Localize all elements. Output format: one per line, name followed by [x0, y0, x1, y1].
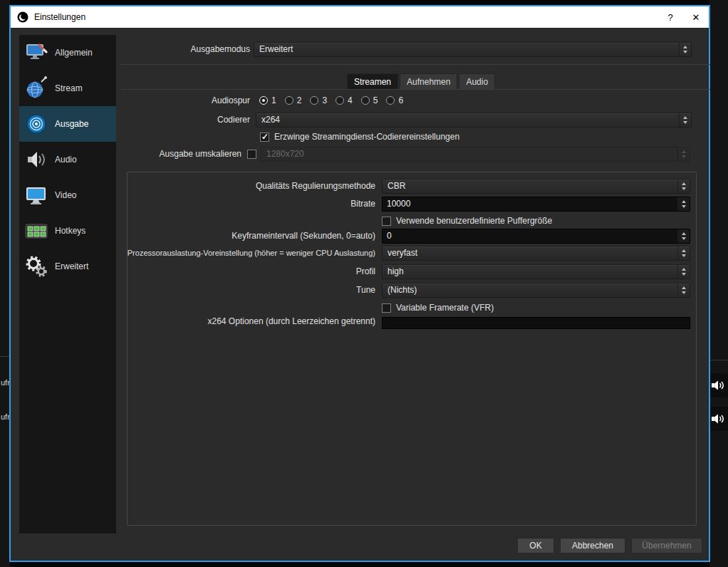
- checkbox-icon[interactable]: [260, 132, 269, 142]
- spinner-arrows-icon: [679, 43, 691, 56]
- close-button[interactable]: ✕: [683, 6, 709, 28]
- cpu-preset-select[interactable]: veryfast: [382, 246, 690, 261]
- dialog-content: Allgemein Stream: [11, 28, 709, 561]
- obs-logo-icon: [17, 11, 28, 23]
- background-strip-right: [709, 0, 728, 567]
- radio-icon: [386, 96, 395, 105]
- rate-control-value: CBR: [383, 180, 690, 193]
- help-button[interactable]: ?: [657, 6, 683, 28]
- background-strip-left: ufn ufna: [0, 0, 10, 567]
- spinner-arrows-icon: [677, 284, 690, 297]
- radio-icon: [336, 96, 344, 105]
- sidebar-item-label: Hotkeys: [55, 226, 85, 236]
- radio-icon: [259, 96, 268, 105]
- radio-label: 3: [322, 95, 327, 105]
- sidebar-item-stream[interactable]: Stream: [19, 71, 116, 106]
- profile-select[interactable]: high: [382, 264, 690, 279]
- sidebar-item-label: Video: [55, 190, 76, 200]
- spinner-arrows-icon: [677, 229, 690, 243]
- keyframe-value: 0: [383, 229, 690, 243]
- output-mode-value: Erweitert: [254, 43, 691, 56]
- output-icon: [23, 110, 50, 137]
- profile-label: Profil: [356, 264, 375, 279]
- encoder-select[interactable]: x264: [256, 113, 692, 128]
- settings-nav: Allgemein Stream: [19, 35, 116, 534]
- stream-icon: [23, 75, 50, 102]
- window-title: Einstellungen: [34, 12, 85, 22]
- background-divider: [0, 356, 10, 357]
- bitrate-label: Bitrate: [350, 197, 375, 212]
- sidebar-item-video[interactable]: Video: [19, 177, 116, 213]
- cancel-button[interactable]: Abbrechen: [560, 538, 625, 553]
- radio-option-2[interactable]: 2: [285, 95, 302, 105]
- tune-select[interactable]: (Nichts): [382, 283, 690, 298]
- mixer-row: [709, 407, 728, 431]
- tab-streamen[interactable]: Streamen: [347, 73, 398, 89]
- radio-label: 2: [297, 95, 302, 105]
- ok-button[interactable]: OK: [517, 538, 554, 553]
- speaker-icon: [712, 380, 726, 391]
- background-strip-bottom: [0, 561, 728, 567]
- spinner-arrows-icon: [677, 197, 690, 211]
- radio-option-3[interactable]: 3: [310, 95, 327, 105]
- rate-control-select[interactable]: CBR: [382, 179, 690, 194]
- x264-options-input[interactable]: [382, 317, 690, 329]
- radio-icon: [361, 96, 370, 105]
- bitrate-spinbox[interactable]: 10000: [382, 197, 690, 212]
- vfr-checkbox-row[interactable]: Variable Framerate (VFR): [382, 303, 494, 313]
- encoder-value: x264: [256, 113, 691, 127]
- audio-track-radio-group: 1 2 3 4 5 6: [259, 95, 403, 106]
- spinner-arrows-icon: [677, 180, 690, 193]
- spinner-arrows-icon: [677, 147, 690, 161]
- custom-buffer-checkbox-row[interactable]: Verwende benutzerdefinierte Puffergröße: [382, 216, 552, 226]
- cpu-preset-label: Prozessorauslastung-Voreinstellung (höhe…: [128, 246, 375, 261]
- sidebar-item-ausgabe[interactable]: Ausgabe: [19, 106, 116, 142]
- sidebar-item-label: Stream: [55, 83, 83, 93]
- sidebar-item-label: Erweitert: [55, 261, 88, 271]
- output-tabbar: Streamen Aufnehmen Audio: [347, 73, 495, 89]
- radio-icon: [310, 96, 318, 105]
- spinner-arrows-icon: [677, 246, 690, 260]
- radio-icon: [285, 96, 293, 105]
- titlebar[interactable]: Einstellungen ? ✕: [11, 6, 709, 28]
- radio-option-6[interactable]: 6: [386, 95, 403, 105]
- general-icon: [23, 39, 50, 66]
- settings-window: Einstellungen ? ✕: [10, 6, 709, 561]
- audio-icon: [23, 146, 50, 173]
- background-divider: [709, 360, 728, 360]
- enforce-settings-label: Erzwinge Streamingdienst-Codierereinstel…: [274, 132, 459, 142]
- radio-option-5[interactable]: 5: [361, 95, 378, 105]
- tab-label: Streamen: [354, 77, 391, 87]
- x264-options-label: x264 Optionen (durch Leerzeichen getrenn…: [208, 316, 375, 328]
- radio-label: 1: [271, 95, 276, 105]
- tab-aufnehmen[interactable]: Aufnehmen: [400, 73, 457, 89]
- bitrate-value: 10000: [383, 197, 690, 211]
- rescale-label: Ausgabe umskalieren: [160, 147, 241, 162]
- checkbox-icon[interactable]: [382, 217, 391, 226]
- sidebar-item-audio[interactable]: Audio: [19, 142, 116, 177]
- sidebar-item-erweitert[interactable]: Erweitert: [19, 249, 116, 284]
- output-mode-select[interactable]: Erweitert: [254, 42, 692, 57]
- checkbox-icon[interactable]: [382, 303, 391, 313]
- radio-option-1[interactable]: 1: [259, 95, 276, 105]
- sidebar-item-hotkeys[interactable]: Hotkeys: [19, 213, 116, 249]
- enforce-settings-checkbox-row[interactable]: Erzwinge Streamingdienst-Codierereinstel…: [260, 132, 459, 142]
- radio-label: 4: [348, 95, 353, 105]
- profile-value: high: [383, 265, 690, 279]
- radio-option-4[interactable]: 4: [336, 95, 353, 105]
- rescale-checkbox[interactable]: [247, 150, 256, 159]
- tab-audio[interactable]: Audio: [459, 73, 495, 89]
- sidebar-item-label: Allgemein: [55, 48, 93, 58]
- tune-value: (Nichts): [383, 284, 690, 297]
- spinner-arrows-icon: [677, 265, 690, 279]
- encoder-label: Codierer: [217, 113, 250, 128]
- section-divider: [120, 64, 710, 65]
- hotkeys-icon: [23, 217, 50, 244]
- rescale-resolution-value: 1280x720: [261, 147, 690, 161]
- vfr-label: Variable Framerate (VFR): [396, 303, 494, 313]
- radio-label: 6: [398, 95, 403, 105]
- mixer-row: [709, 373, 728, 397]
- background-text-fragment: ufna: [1, 412, 10, 421]
- keyframe-spinbox[interactable]: 0: [382, 229, 690, 244]
- sidebar-item-allgemein[interactable]: Allgemein: [19, 35, 116, 71]
